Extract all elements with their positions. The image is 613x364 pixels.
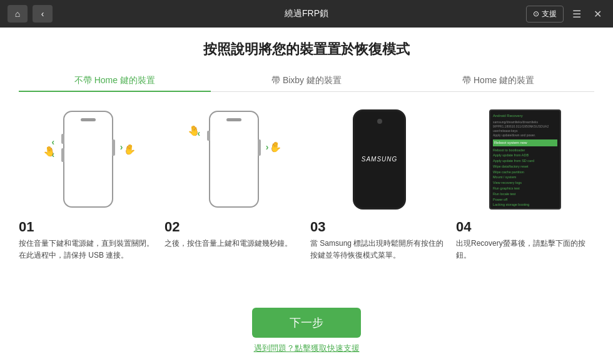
step-1: ‹ ‹ › 🤚 🤚 01 按住音量下鍵和電源鍵，直到裝置關閉。在此過程中，請保持…: [19, 104, 157, 261]
step2-description: 之後，按住音量上鍵和電源鍵幾秒鐘。: [165, 238, 292, 250]
recovery-menu-item-11: Lacking storage booting: [493, 202, 557, 208]
titlebar: ⌂ ‹ 繞過FRP鎖 ⊙ 支援 ☰ ✕: [0, 0, 613, 28]
step3-body: 03 當 Samsung 標誌出現時鬆開所有按住的按鍵並等待恢復模式菜單。: [310, 219, 448, 261]
step1-body: 01 按住音量下鍵和電源鍵，直到裝置關閉。在此過程中，請保持 USB 連接。: [19, 219, 157, 261]
support-button[interactable]: ⊙ 支援: [526, 6, 564, 23]
step3-number: 03: [310, 219, 325, 235]
power-btn-1: [112, 139, 115, 156]
recovery-menu-item-8: Run graphics test: [493, 186, 557, 191]
step2-phone: ‹ › 🤚 🤚: [209, 111, 259, 208]
help-link[interactable]: 遇到問題？點擊獲取快速支援: [254, 343, 360, 354]
hand-gesture-left: 🤚: [42, 144, 56, 158]
footer: 下一步 遇到問題？點擊獲取快速支援: [19, 308, 594, 354]
step1-description: 按住音量下鍵和電源鍵，直到裝置關閉。在此過程中，請保持 USB 連接。: [19, 238, 157, 261]
window-title: 繞過FRP鎖: [285, 8, 328, 19]
tab-no-home[interactable]: 不帶 Home 鍵的裝置: [19, 70, 211, 91]
step3-illustration: SAMSUNG: [353, 104, 406, 214]
phone-notch-1: [81, 118, 96, 121]
tab-bar: 不帶 Home 鍵的裝置 帶 Bixby 鍵的裝置 帶 Home 鍵的裝置: [19, 70, 594, 92]
step2-body: 02 之後，按住音量上鍵和電源鍵幾秒鐘。: [165, 219, 303, 250]
hand-gesture-right: 🤚: [122, 142, 136, 156]
step4-illustration: Android Recovery samsung/dreamlteks/drea…: [489, 104, 561, 214]
hand-gesture-2-right: 🤚: [268, 139, 282, 153]
vol-down-btn: [61, 134, 64, 144]
recovery-screen: Android Recovery samsung/dreamlteks/drea…: [489, 109, 561, 210]
titlebar-right: ⊙ 支援 ☰ ✕: [526, 6, 605, 23]
power-btn-2: [258, 139, 261, 156]
step-3: SAMSUNG 03 當 Samsung 標誌出現時鬆開所有按住的按鍵並等待恢復…: [310, 104, 448, 261]
samsung-logo: SAMSUNG: [362, 156, 398, 163]
recovery-menu-item-6: Mount / system: [493, 174, 557, 180]
recovery-menu-item-10: Power off: [493, 197, 557, 203]
camera-dot: [377, 119, 382, 124]
recovery-menu-item-1: Reboot to bootloader: [493, 148, 557, 153]
back-button[interactable]: ‹: [33, 5, 53, 23]
close-button[interactable]: ✕: [590, 7, 605, 21]
phone-outline-1: [63, 111, 113, 208]
hand-gesture-2-left: 🤚: [186, 123, 201, 137]
step4-description: 出現Recovery螢幕後，請點擊下面的按鈕。: [456, 238, 594, 261]
recovery-info: samsung/dreamlteks/dreamlteks9/PPR1.1806…: [493, 120, 557, 138]
main-content: 按照說明將您的裝置置於恢復模式 不帶 Home 鍵的裝置 帶 Bixby 鍵的裝…: [0, 28, 613, 364]
vol-up-btn: [61, 148, 64, 162]
tab-bixby[interactable]: 帶 Bixby 鍵的裝置: [211, 70, 403, 91]
support-icon: ⊙: [533, 9, 539, 18]
recovery-menu-item-3: Apply update from SD card: [493, 158, 557, 164]
recovery-menu-item-7: View recovery logs: [493, 180, 557, 186]
samsung-phone: SAMSUNG: [353, 109, 406, 210]
recovery-menu-item-5: Wipe cache partition: [493, 169, 557, 175]
step3-description: 當 Samsung 標誌出現時鬆開所有按住的按鍵並等待恢復模式菜單。: [310, 238, 448, 261]
step4-number: 04: [456, 219, 471, 235]
step-4: Android Recovery samsung/dreamlteks/drea…: [456, 104, 594, 261]
phone-notch-2: [226, 118, 241, 121]
menu-button[interactable]: ☰: [569, 7, 585, 21]
recovery-header: Android Recovery: [493, 113, 557, 119]
step1-illustration: ‹ ‹ › 🤚 🤚: [63, 104, 113, 214]
home-button[interactable]: ⌂: [8, 5, 28, 23]
phone-outline-2: [209, 111, 259, 208]
step4-body: 04 出現Recovery螢幕後，請點擊下面的按鈕。: [456, 219, 594, 261]
page-title: 按照說明將您的裝置置於恢復模式: [203, 40, 410, 59]
step2-number: 02: [165, 219, 180, 235]
recovery-menu-item-4: Wipe data/factory reset: [493, 164, 557, 169]
step1-number: 01: [19, 219, 34, 235]
step2-illustration: ‹ › 🤚 🤚: [209, 104, 259, 214]
recovery-menu-item-2: Apply update from ADB: [493, 153, 557, 158]
next-button[interactable]: 下一步: [252, 308, 361, 338]
vol-btn-2: [207, 131, 210, 141]
steps-container: ‹ ‹ › 🤚 🤚 01 按住音量下鍵和電源鍵，直到裝置關閉。在此過程中，請保持…: [19, 104, 594, 300]
titlebar-left: ⌂ ‹: [8, 5, 53, 23]
step1-phone: ‹ ‹ › 🤚 🤚: [63, 111, 113, 208]
recovery-menu-item-9: Run locale test: [493, 191, 557, 197]
step-2: ‹ › 🤚 🤚 02 之後，按住音量上鍵和電源鍵幾秒鐘。: [165, 104, 303, 250]
tab-home[interactable]: 帶 Home 鍵的裝置: [402, 70, 594, 91]
recovery-highlight: Reboot system now: [493, 139, 557, 146]
